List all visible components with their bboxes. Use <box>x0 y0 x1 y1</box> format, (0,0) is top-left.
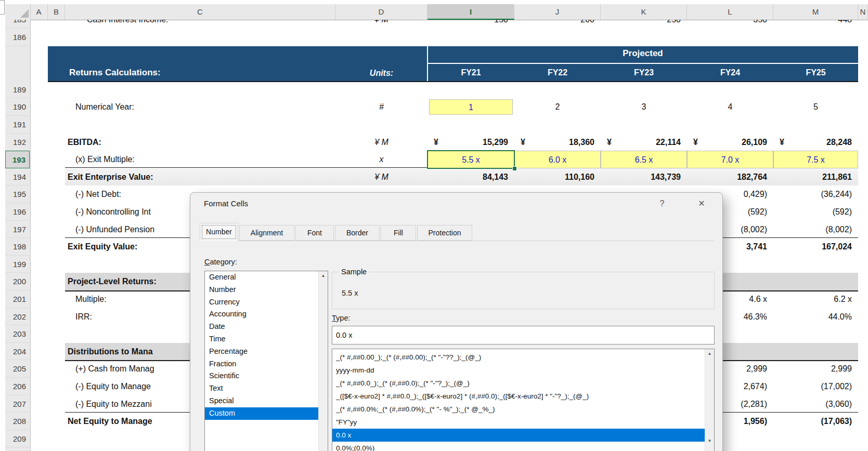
unit-cell-193[interactable]: x <box>335 151 427 168</box>
cell-J190[interactable]: 2 <box>514 98 601 116</box>
scroll-up-icon[interactable]: ▲ <box>705 349 714 358</box>
row-label-206[interactable]: (-) Equity to Manage <box>75 378 151 395</box>
row-label-192[interactable]: EBITDA: <box>68 134 101 151</box>
row-label-202[interactable]: IRR: <box>75 308 92 326</box>
row-label-190[interactable]: Numerical Year: <box>75 98 134 116</box>
unit-cell-192[interactable]: ¥ M <box>335 134 427 151</box>
category-item-percentage[interactable]: Percentage <box>205 346 324 358</box>
cell-M197[interactable]: (8,002) <box>773 221 858 238</box>
category-scrollbar[interactable]: ▲ <box>318 271 328 451</box>
cell-L185[interactable]: 350 <box>687 20 773 29</box>
format-code-item[interactable]: _([$€-x-euro2] * #,##0.0_);_([$€-x-euro2… <box>332 390 705 403</box>
scroll-down-icon[interactable]: ▼ <box>705 436 714 445</box>
format-code-item[interactable]: _(* #,##0.0%;_(* (#,##0.0%);_(* "- %"_);… <box>332 403 705 416</box>
cell-M192[interactable]: ¥28,248 <box>773 134 858 151</box>
cell-M190[interactable]: 5 <box>773 98 858 116</box>
row-label-208[interactable]: Net Equity to Manage <box>68 413 152 430</box>
unit-cell-194[interactable]: ¥ M <box>335 168 427 186</box>
category-item-text[interactable]: Text <box>205 382 324 395</box>
cell-J193[interactable]: 6.0 x <box>514 151 601 168</box>
cell-J194[interactable]: 110,160 <box>514 168 601 186</box>
cell-I192[interactable]: ¥15,299 <box>427 134 514 151</box>
format-scrollbar[interactable]: ▲ ▼ <box>705 349 714 451</box>
category-item-time[interactable]: Time <box>205 333 324 346</box>
cell-L193[interactable]: 7.0 x <box>687 151 773 168</box>
cell-J192[interactable]: ¥18,360 <box>514 134 601 151</box>
category-item-fraction[interactable]: Fraction <box>205 358 324 370</box>
cell-M194[interactable]: 211,861 <box>773 168 858 186</box>
cell-I190[interactable]: 1 <box>429 99 513 115</box>
category-item-date[interactable]: Date <box>205 321 324 333</box>
cell-K185[interactable]: 250 <box>601 20 687 29</box>
format-code-item[interactable]: 0.0%;(0.0%) <box>332 442 705 451</box>
category-item-general[interactable]: General <box>205 271 324 284</box>
help-icon[interactable]: ? <box>654 197 670 210</box>
row-label-198[interactable]: Exit Equity Value: <box>68 238 137 256</box>
format-cells-dialog: Format Cells ? ✕ NumberAlignmentFontBord… <box>190 192 723 451</box>
cell-M198[interactable]: 167,024 <box>773 238 858 256</box>
row-label-201[interactable]: Multiple: <box>75 290 107 308</box>
row-186 <box>0 29 868 46</box>
format-code-item[interactable]: _(* #,##0.00_);_(* (#,##0.00);_(* "-"??_… <box>332 351 705 364</box>
row-label-205[interactable]: (+) Cash from Manag <box>75 360 154 378</box>
format-code-item[interactable]: _(* #,##0.0_);_(* (#,##0.0);_(* "-"?_);_… <box>332 377 705 390</box>
cell-M207[interactable]: (3,060) <box>773 395 858 413</box>
format-code-item[interactable]: "FY"yy <box>332 416 705 429</box>
row-label-196[interactable]: (-) Noncontrolling Int <box>75 203 151 221</box>
type-input[interactable]: 0.0 x <box>332 326 715 344</box>
year-header-FY22[interactable]: FY22 <box>514 68 601 77</box>
row-label-204[interactable]: Distributions to Mana <box>68 343 153 361</box>
cell-K190[interactable]: 3 <box>601 98 687 116</box>
fill-handle[interactable] <box>512 166 517 171</box>
cell-M202[interactable]: 44.0% <box>773 308 858 326</box>
row-label-207[interactable]: (-) Equity to Mezzani <box>75 395 152 413</box>
category-item-currency[interactable]: Currency <box>205 296 324 309</box>
cell-M195[interactable]: (36,244) <box>773 185 858 203</box>
unit-cell-185[interactable]: ¥ M <box>335 20 427 29</box>
row-label-194[interactable]: Exit Enterprise Value: <box>68 168 153 186</box>
scroll-up-icon[interactable]: ▲ <box>319 271 328 280</box>
tab-fill[interactable]: Fill <box>381 225 416 241</box>
format-code-item[interactable]: 0.0 x <box>332 429 705 442</box>
row-label-197[interactable]: (-) Unfunded Pension <box>75 221 154 238</box>
cell-L194[interactable]: 182,764 <box>687 168 773 186</box>
tab-alignment[interactable]: Alignment <box>239 225 294 241</box>
category-listbox: GeneralNumberCurrencyAccountingDateTimeP… <box>204 271 328 451</box>
row-label-195[interactable]: (-) Net Debt: <box>75 185 121 203</box>
cell-M208[interactable]: (17,063) <box>773 413 858 430</box>
cell-J185[interactable]: 200 <box>514 20 601 29</box>
row-label-185[interactable]: Cash Interest Income: <box>87 20 169 29</box>
unit-cell-190[interactable]: # <box>335 98 427 116</box>
format-code-item[interactable]: yyyy-mm-dd <box>332 364 705 377</box>
category-item-number[interactable]: Number <box>205 284 324 296</box>
cell-M205[interactable]: 2,999 <box>773 360 858 378</box>
cell-K192[interactable]: ¥22,114 <box>601 134 687 151</box>
row-label-200[interactable]: Project-Level Returns: <box>68 273 157 290</box>
cell-I194[interactable]: 84,143 <box>427 168 514 186</box>
cell-I185[interactable]: 150 <box>427 20 514 29</box>
tab-protection[interactable]: Protection <box>417 225 472 241</box>
cell-M185[interactable]: 448 <box>773 20 858 29</box>
category-item-special[interactable]: Special <box>205 395 324 407</box>
cell-L190[interactable]: 4 <box>687 98 773 116</box>
category-item-custom[interactable]: Custom <box>205 407 324 420</box>
category-item-scientific[interactable]: Scientific <box>205 370 324 382</box>
currency-symbol: ¥ <box>607 134 612 151</box>
year-header-FY24[interactable]: FY24 <box>687 68 773 77</box>
year-header-FY21[interactable]: FY21 <box>427 68 514 77</box>
cell-M206[interactable]: (17,002) <box>773 378 858 395</box>
cell-K194[interactable]: 143,739 <box>601 168 687 186</box>
cell-M201[interactable]: 6.2 x <box>773 290 858 308</box>
cell-L192[interactable]: ¥26,109 <box>687 134 773 151</box>
tab-font[interactable]: Font <box>295 225 334 241</box>
close-icon[interactable]: ✕ <box>694 197 709 210</box>
cell-K193[interactable]: 6.5 x <box>601 151 687 168</box>
category-item-accounting[interactable]: Accounting <box>205 308 324 321</box>
year-header-FY25[interactable]: FY25 <box>773 68 858 77</box>
row-label-193[interactable]: (x) Exit Multiple: <box>75 151 135 168</box>
year-header-FY23[interactable]: FY23 <box>601 68 687 77</box>
cell-M193[interactable]: 7.5 x <box>773 151 858 168</box>
tab-border[interactable]: Border <box>335 225 380 241</box>
cell-M196[interactable]: (592) <box>773 203 858 221</box>
tab-number[interactable]: Number <box>200 223 238 241</box>
